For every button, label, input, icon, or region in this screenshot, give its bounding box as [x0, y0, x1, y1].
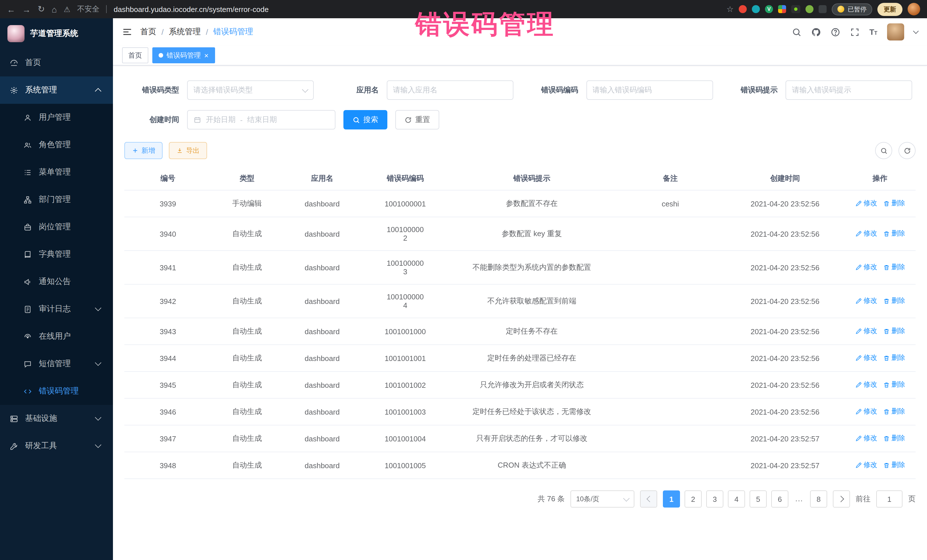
sidebar-item-label: 研发工具 [25, 441, 89, 451]
edit-button[interactable]: 修改 [855, 199, 877, 208]
book-icon [23, 250, 32, 259]
pager-page-1[interactable]: 1 [663, 490, 680, 508]
delete-button[interactable]: 删除 [883, 263, 905, 272]
delete-button[interactable]: 删除 [883, 229, 905, 239]
prev-page-button[interactable] [640, 490, 657, 508]
sidebar-item[interactable]: 角色管理 [0, 131, 113, 159]
date-range-picker[interactable]: 开始日期 - 结束日期 [187, 110, 336, 129]
edit-button[interactable]: 修改 [855, 326, 877, 336]
sidebar-item[interactable]: 错误码管理 [0, 378, 113, 405]
delete-button[interactable]: 删除 [883, 407, 905, 417]
error-code-input[interactable]: 请输入错误码编码 [586, 80, 713, 100]
back-icon[interactable]: ← [7, 4, 15, 14]
help-icon[interactable] [831, 27, 840, 37]
edit-button[interactable]: 修改 [855, 434, 877, 443]
delete-button[interactable]: 删除 [883, 380, 905, 390]
breadcrumb-item[interactable]: 首页 [140, 27, 156, 37]
reset-button[interactable]: 重置 [395, 110, 439, 129]
edit-icon [855, 435, 862, 442]
pager-page-3[interactable]: 3 [706, 490, 723, 508]
sidebar-item[interactable]: 菜单管理 [0, 159, 113, 186]
edit-button[interactable]: 修改 [855, 353, 877, 363]
paused-badge[interactable]: 已暂停 [832, 3, 872, 15]
tab-home[interactable]: 首页 [122, 47, 148, 63]
edit-button[interactable]: 修改 [855, 407, 877, 417]
error-type-select[interactable]: 请选择错误码类型 [187, 80, 314, 100]
pager-page-8[interactable]: 8 [810, 490, 827, 508]
tab-close-icon[interactable]: × [204, 52, 208, 59]
cell-id: 3939 [125, 190, 211, 217]
delete-button[interactable]: 删除 [883, 353, 905, 363]
home-icon[interactable]: ⌂ [52, 4, 57, 14]
edit-button[interactable]: 修改 [855, 460, 877, 470]
extension-leaf-icon[interactable] [805, 5, 813, 13]
refresh-button[interactable] [898, 142, 916, 159]
error-hint-input[interactable]: 请输入错误码提示 [786, 80, 912, 100]
sidebar-item[interactable]: 基础设施 [0, 405, 113, 432]
edit-button[interactable]: 修改 [855, 263, 877, 272]
security-warning-icon[interactable]: ⚠ [64, 5, 70, 14]
cell-code: 1001000001 [362, 190, 449, 217]
export-button[interactable]: 导出 [169, 142, 207, 159]
font-size-icon[interactable]: TT [869, 27, 877, 36]
sidebar-item[interactable]: 字典管理 [0, 241, 113, 268]
hamburger-icon[interactable] [122, 27, 132, 37]
sidebar-item[interactable]: 研发工具 [0, 432, 113, 460]
pager-page-6[interactable]: 6 [771, 490, 789, 508]
sidebar-item[interactable]: 岗位管理 [0, 213, 113, 241]
pager-page-5[interactable]: 5 [749, 490, 767, 508]
fullscreen-icon[interactable] [850, 27, 860, 37]
pager-page-4[interactable]: 4 [728, 490, 745, 508]
pager-more[interactable]: ... [793, 490, 805, 506]
sidebar-item[interactable]: 用户管理 [0, 104, 113, 131]
page-size-select[interactable]: 10条/页 [570, 490, 634, 508]
sidebar-item[interactable]: 在线用户 [0, 323, 113, 350]
chevron-down-icon[interactable] [913, 28, 919, 34]
delete-button[interactable]: 删除 [883, 199, 905, 208]
bookmark-star-icon[interactable]: ☆ [726, 5, 734, 14]
breadcrumb-item[interactable]: 系统管理 [169, 27, 201, 37]
delete-button[interactable]: 删除 [883, 296, 905, 306]
sidebar-item[interactable]: 部门管理 [0, 186, 113, 213]
goto-prefix: 前往 [856, 494, 871, 504]
update-button[interactable]: 更新 [877, 3, 903, 16]
pager-page-2[interactable]: 2 [685, 490, 702, 508]
breadcrumb-item[interactable]: 错误码管理 [213, 27, 253, 37]
logo-row[interactable]: 芋道管理系统 [0, 18, 113, 49]
edit-button[interactable]: 修改 [855, 380, 877, 390]
edit-button[interactable]: 修改 [855, 296, 877, 306]
tab-error-code[interactable]: 错误码管理 × [152, 47, 215, 63]
delete-button[interactable]: 删除 [883, 434, 905, 443]
sidebar-item[interactable]: 通知公告 [0, 268, 113, 295]
show-search-button[interactable] [875, 142, 892, 159]
sidebar-item[interactable]: 系统管理 [0, 76, 113, 104]
delete-button[interactable]: 删除 [883, 460, 905, 470]
search-button[interactable]: 搜索 [343, 110, 388, 129]
filter-app-label: 应用名 [324, 85, 379, 95]
extension-teal-icon[interactable] [752, 5, 760, 13]
extension-on-icon[interactable] [791, 5, 800, 13]
github-icon[interactable] [811, 27, 821, 37]
extension-grid-icon[interactable] [778, 5, 786, 13]
add-button[interactable]: 新增 [125, 142, 163, 159]
app-name-input[interactable]: 请输入应用名 [387, 80, 514, 100]
sidebar-item[interactable]: 短信管理 [0, 350, 113, 378]
forward-icon[interactable]: → [22, 4, 31, 14]
edit-button-label: 修改 [863, 407, 877, 417]
extension-red-icon[interactable] [739, 5, 747, 13]
table-row: 3944自动生成dashboard1001001001定时任务的处理器已经存在2… [125, 345, 916, 372]
calendar-icon [193, 116, 201, 124]
reload-icon[interactable]: ↻ [38, 4, 45, 14]
sidebar-item[interactable]: 首页 [0, 49, 113, 76]
sidebar-item[interactable]: 审计日志 [0, 295, 113, 323]
next-page-button[interactable] [833, 490, 850, 508]
goto-page-input[interactable] [876, 490, 903, 508]
search-icon[interactable] [792, 27, 801, 37]
browser-profile-avatar[interactable] [907, 3, 920, 15]
delete-button[interactable]: 删除 [883, 326, 905, 336]
edit-button[interactable]: 修改 [855, 229, 877, 239]
user-avatar[interactable] [887, 23, 904, 41]
extension-check-icon[interactable]: V [765, 5, 773, 13]
extensions-puzzle-icon[interactable] [819, 5, 827, 13]
url-text[interactable]: dashboard.yudao.iocoder.cn/system/error-… [114, 5, 269, 14]
